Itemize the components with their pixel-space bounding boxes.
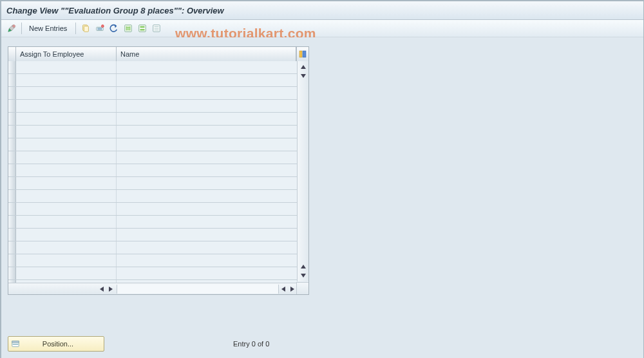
cell-name[interactable] [117,216,297,228]
vertical-scrollbar[interactable] [297,61,308,281]
scroll-left-icon[interactable] [279,285,288,294]
svg-rect-9 [140,26,145,28]
cell-assign-to-employee[interactable] [16,100,117,112]
undo-change-icon[interactable] [108,22,120,35]
position-button[interactable]: Position... [8,336,104,352]
row-selector[interactable] [8,216,16,228]
footer: Position... Entry 0 of 0 [8,336,269,352]
table-row [8,241,297,254]
cell-assign-to-employee[interactable] [16,203,117,215]
new-entries-button[interactable]: New Entries [25,23,71,33]
cell-assign-to-employee[interactable] [16,164,117,176]
cell-name[interactable] [117,177,297,189]
select-all-icon[interactable] [122,22,135,35]
cell-name[interactable] [117,100,297,112]
row-selector[interactable] [8,151,16,164]
column-header-name[interactable]: Name [117,47,296,61]
cell-name[interactable] [117,151,297,164]
cell-assign-to-employee[interactable] [16,241,117,254]
svg-rect-10 [140,29,145,31]
cell-name[interactable] [117,267,297,279]
row-selector[interactable] [8,126,16,138]
column-header-assign-to-employee[interactable]: Assign To Employee [16,47,117,61]
select-block-icon[interactable] [136,22,149,35]
cell-name[interactable] [117,138,297,151]
row-selector[interactable] [8,254,16,267]
scrollbar-corner [296,282,308,294]
cell-assign-to-employee[interactable] [16,113,117,125]
cell-assign-to-employee[interactable] [16,229,117,241]
cell-assign-to-employee[interactable] [16,151,117,164]
table-row [8,190,297,203]
delete-icon[interactable] [93,22,106,35]
scroll-up-icon[interactable] [299,262,308,271]
cell-assign-to-employee[interactable] [16,126,117,138]
separator [75,23,76,34]
row-selector[interactable] [8,229,16,241]
display-change-icon[interactable] [5,22,18,35]
horizontal-scrollbar[interactable] [8,283,297,294]
row-selector[interactable] [8,177,16,189]
svg-rect-12 [299,51,302,57]
row-selector[interactable] [8,138,16,151]
table-panel: Assign To Employee Name [8,46,309,295]
cell-assign-to-employee[interactable] [16,177,117,189]
cell-name[interactable] [117,87,297,99]
cell-name[interactable] [117,203,297,215]
row-selector[interactable] [8,267,16,279]
titlebar: Change View ""Evaluation Group 8 places"… [1,1,644,20]
svg-rect-4 [97,28,103,30]
cell-assign-to-employee[interactable] [16,74,117,86]
scroll-right-icon[interactable] [288,285,297,294]
cell-assign-to-employee[interactable] [16,216,117,228]
copy-as-icon[interactable] [79,22,92,35]
cell-name[interactable] [117,241,297,254]
cell-assign-to-employee[interactable] [16,61,117,73]
cell-assign-to-employee[interactable] [16,190,117,202]
cell-name[interactable] [117,254,297,267]
row-selector[interactable] [8,203,16,215]
row-selector[interactable] [8,87,16,99]
row-selector-header[interactable] [8,47,16,61]
scrollbar-track[interactable] [117,285,279,294]
scroll-down-icon[interactable] [299,271,308,280]
cell-assign-to-employee[interactable] [16,267,117,279]
scroll-up-icon[interactable] [299,62,308,71]
table-row [8,74,297,87]
svg-rect-15 [12,341,19,343]
table-row [8,113,297,126]
table-row [8,254,297,267]
scroll-down-icon[interactable] [299,71,308,80]
row-selector[interactable] [8,113,16,125]
row-selector[interactable] [8,241,16,254]
entry-status: Entry 0 of 0 [233,340,269,348]
cell-name[interactable] [117,61,297,73]
svg-rect-16 [13,344,19,344]
cell-assign-to-employee[interactable] [16,138,117,151]
table-row [8,229,297,241]
cell-assign-to-employee[interactable] [16,254,117,267]
scroll-right-icon[interactable] [106,285,115,294]
toolbar: New Entries [1,20,644,37]
row-selector[interactable] [8,61,16,73]
cell-name[interactable] [117,164,297,176]
column-header-label: Assign To Employee [20,50,84,58]
svg-rect-2 [84,26,89,32]
row-selector[interactable] [8,100,16,112]
row-selector[interactable] [8,190,16,202]
table-settings-icon[interactable] [296,47,308,61]
content-area: Assign To Employee Name [1,37,644,358]
page-title: Change View ""Evaluation Group 8 places"… [6,6,224,15]
table-row [8,177,297,190]
cell-name[interactable] [117,113,297,125]
cell-name[interactable] [117,126,297,138]
cell-assign-to-employee[interactable] [16,87,117,99]
svg-rect-13 [303,51,306,57]
scroll-left-icon[interactable] [97,285,106,294]
cell-name[interactable] [117,229,297,241]
cell-name[interactable] [117,74,297,86]
row-selector[interactable] [8,164,16,176]
deselect-all-icon[interactable] [150,22,163,35]
row-selector[interactable] [8,74,16,86]
cell-name[interactable] [117,190,297,202]
